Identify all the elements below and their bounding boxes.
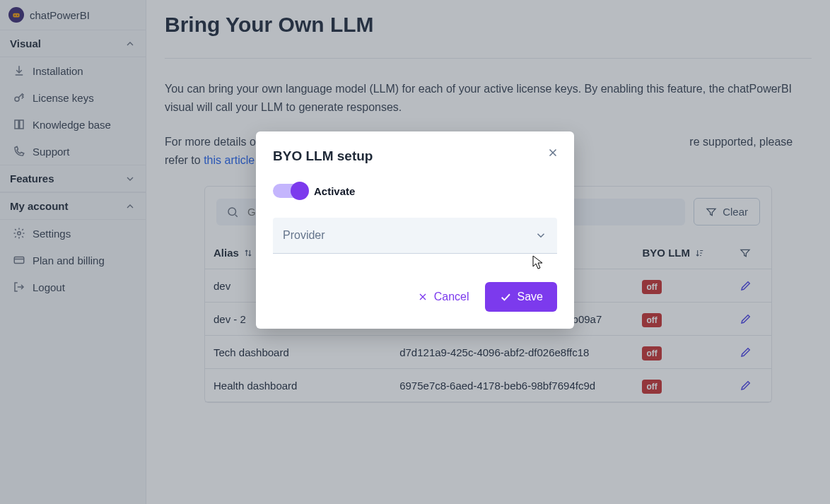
provider-select-label: Provider — [283, 229, 325, 242]
cancel-button-label: Cancel — [434, 291, 469, 303]
cancel-button[interactable]: Cancel — [411, 282, 475, 312]
check-icon — [499, 291, 512, 303]
close-icon — [417, 291, 428, 303]
close-icon[interactable] — [544, 144, 561, 161]
save-button[interactable]: Save — [485, 282, 557, 312]
provider-select[interactable]: Provider — [273, 218, 557, 254]
modal-overlay: BYO LLM setup Activate Provider Cancel S… — [0, 0, 830, 504]
save-button-label: Save — [518, 291, 543, 303]
byo-llm-modal: BYO LLM setup Activate Provider Cancel S… — [256, 131, 574, 329]
activate-label: Activate — [314, 185, 355, 197]
activate-toggle-row: Activate — [273, 184, 557, 198]
modal-actions: Cancel Save — [273, 282, 557, 312]
chevron-down-icon — [534, 229, 547, 242]
provider-select-wrap: Provider — [273, 218, 557, 254]
modal-title: BYO LLM setup — [273, 148, 557, 164]
activate-toggle[interactable] — [273, 184, 307, 198]
